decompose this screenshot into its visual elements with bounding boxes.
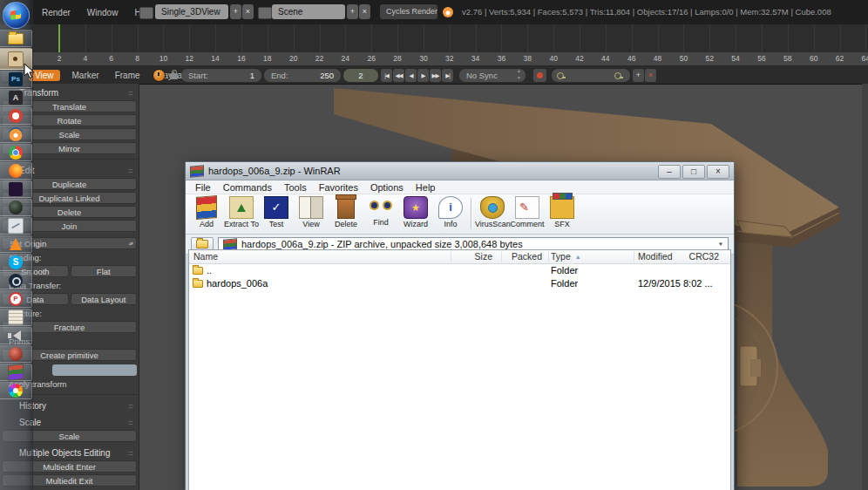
menu-marker[interactable]: Marker	[69, 70, 103, 81]
add-screen-layout-button[interactable]: +	[230, 4, 241, 19]
menu-options[interactable]: Options	[364, 182, 410, 193]
menu-favorites[interactable]: Favorites	[313, 182, 364, 193]
column-header-type[interactable]: Type▲	[551, 251, 581, 262]
ruler-tick: 30	[419, 54, 427, 63]
frame-grid-line	[112, 24, 112, 52]
menu-commands[interactable]: Commands	[217, 182, 278, 193]
red-ring-icon	[9, 109, 23, 123]
menu-render[interactable]: Render	[39, 8, 73, 17]
dark-sphere-icon	[9, 201, 23, 214]
record-button[interactable]	[533, 69, 546, 82]
menu-window[interactable]: Window	[85, 8, 121, 17]
toolbar-label: Test	[259, 220, 294, 228]
lock-icon[interactable]	[170, 73, 178, 79]
taskbar-item-steam[interactable]	[0, 272, 32, 289]
toolbar-test-button[interactable]: Test	[259, 196, 294, 228]
taskbar-item-red-sphere[interactable]	[0, 345, 32, 363]
frame-start-field[interactable]: Start: 1	[181, 69, 261, 82]
toolbar-extract-to-button[interactable]: Extract To	[224, 196, 259, 228]
next-keyframe-button[interactable]: ▶▶	[430, 69, 441, 82]
taskbar-item-volume[interactable]	[0, 327, 32, 344]
winrar-title-bar[interactable]: hardops_006a_9.zip - WinRAR	[186, 162, 734, 180]
toolbar-comment-button[interactable]: Comment	[510, 196, 545, 228]
current-frame-field[interactable]: 2	[343, 69, 378, 82]
sync-mode-dropdown[interactable]: No Sync ▲▼	[459, 69, 526, 82]
menu-frame[interactable]: Frame	[112, 70, 144, 81]
toolbar-label: View	[294, 220, 329, 228]
taskbar-item-paint[interactable]	[0, 217, 32, 235]
delete-keyframe-button[interactable]: ×	[645, 69, 656, 82]
button-flat[interactable]: Flat	[71, 265, 138, 277]
folder-up-icon	[196, 240, 208, 248]
file-row[interactable]: ..Folder	[189, 264, 730, 277]
toolbar-delete-button[interactable]: Delete	[329, 196, 363, 228]
keying-set-field[interactable]	[552, 69, 630, 82]
scene-selector[interactable]: Scene	[272, 4, 345, 19]
file-list[interactable]: NameSizePackedType▲ModifiedCRC32 ..Folde…	[188, 249, 731, 490]
taskbar-item-chrome[interactable]	[0, 144, 32, 161]
ruler-tick: 62	[836, 54, 844, 63]
frame-grid-line	[476, 24, 477, 52]
column-header-crc32[interactable]: CRC32	[689, 251, 719, 262]
column-header-size[interactable]: Size	[475, 251, 492, 262]
taskbar-item-red-p[interactable]: P	[0, 290, 32, 308]
render-engine-selector[interactable]: Cycles Render	[380, 4, 437, 19]
preview-range-clock-icon[interactable]	[153, 69, 166, 82]
taskbar-item-explorer[interactable]	[0, 30, 32, 47]
toolbar-info-button[interactable]: Info	[433, 196, 468, 228]
winrar-window[interactable]: hardops_006a_9.zip - WinRAR –□× FileComm…	[185, 161, 735, 490]
frame-grid-line	[138, 24, 139, 52]
taskbar-item-color-wheel[interactable]	[0, 382, 32, 399]
menu-help[interactable]: Help	[410, 182, 442, 193]
current-frame-playhead[interactable]	[58, 24, 60, 52]
toolbar-wizard-button[interactable]: Wizard	[398, 196, 433, 228]
add-scene-button[interactable]: +	[347, 4, 358, 19]
taskbar-item-winrar[interactable]	[0, 364, 32, 381]
taskbar-item-notes[interactable]	[0, 309, 32, 326]
delete-screen-layout-button[interactable]: ×	[242, 4, 254, 19]
jump-to-start-button[interactable]: |◀	[381, 69, 392, 82]
winrar-app-icon	[190, 165, 204, 178]
start-button[interactable]	[3, 2, 30, 29]
taskbar-item-blender[interactable]	[0, 126, 32, 143]
toolbar-virusscan-button[interactable]: VirusScan	[475, 196, 510, 228]
insert-keyframe-button[interactable]: +	[633, 69, 644, 82]
window-minimize-button[interactable]: –	[658, 165, 681, 179]
frame-grid-line	[762, 24, 763, 52]
taskbar-item-purple-app[interactable]	[0, 180, 32, 198]
play-button[interactable]: ▶	[417, 69, 429, 82]
taskbar-item-vlc[interactable]	[0, 235, 32, 253]
toolbar-view-button[interactable]: View	[294, 196, 329, 228]
toolbar-sfx-button[interactable]: SFX	[545, 196, 580, 228]
menu-file[interactable]: File	[189, 182, 217, 193]
frame-end-field[interactable]: End: 250	[264, 69, 341, 82]
button-data-layout[interactable]: Data Layout	[71, 293, 138, 305]
column-header-packed[interactable]: Packed	[512, 251, 542, 262]
blender-menu-bar: RenderWindowHelp	[39, 0, 155, 24]
play-reverse-button[interactable]: ◀	[405, 69, 417, 82]
jump-to-end-button[interactable]: ▶|	[442, 69, 453, 82]
prev-keyframe-button[interactable]: ◀◀	[393, 69, 404, 82]
taskbar-item-skype[interactable]: S	[0, 254, 32, 271]
combobox-dropdown-icon[interactable]: ▼	[718, 242, 723, 247]
menu-tools[interactable]: Tools	[278, 182, 313, 193]
window-close-button[interactable]: ×	[707, 165, 729, 179]
taskbar-item-firefox[interactable]	[0, 162, 32, 180]
toolbar-add-button[interactable]: Add	[189, 196, 224, 228]
frame-grid-line	[345, 24, 346, 52]
taskbar-item-red-ring[interactable]	[0, 107, 32, 125]
screen-layout-selector[interactable]: Single_3DView	[155, 4, 228, 19]
column-header-name[interactable]: Name	[193, 251, 218, 262]
taskbar-item-dark-a[interactable]: A	[0, 89, 32, 106]
frame-grid-line	[527, 24, 528, 52]
taskbar-item-dark-sphere[interactable]	[0, 199, 32, 216]
field-item-20[interactable]	[52, 364, 137, 376]
file-row[interactable]: hardops_006aFolder12/9/2015 8:02 ...	[189, 277, 730, 290]
chrome-icon	[9, 146, 23, 160]
delete-scene-button[interactable]: ×	[359, 4, 370, 19]
window-maximize-button[interactable]: □	[682, 165, 705, 179]
timeline-track-area[interactable]	[0, 24, 868, 53]
timeline-frame-ruler[interactable]: 2468101214161820222426283032343638404244…	[0, 52, 868, 66]
column-header-modified[interactable]: Modified	[638, 251, 673, 262]
toolbar-find-button[interactable]: Find	[363, 196, 398, 227]
